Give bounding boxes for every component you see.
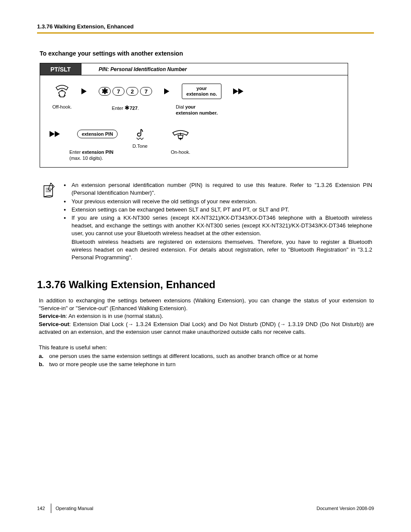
onhook-icon: [170, 126, 191, 142]
svg-marker-2: [233, 88, 238, 94]
double-arrow-icon: [233, 83, 243, 100]
procedure-row-2: extension PIN Enter extension PIN (max. …: [47, 126, 341, 162]
svg-marker-0: [81, 88, 87, 94]
list-item: b. two or more people use the same telep…: [39, 361, 374, 368]
onhook-label: On-hook.: [171, 149, 190, 155]
key-2: 2: [126, 87, 138, 96]
footer-divider: [51, 504, 51, 513]
procedure-header: PT/SLT PIN: Personal Identification Numb…: [40, 63, 348, 75]
notepad-icon: [37, 181, 62, 261]
note-item: Your previous extension will receive the…: [62, 198, 372, 205]
svg-point-11: [50, 183, 52, 184]
arrow-icon: [81, 83, 87, 100]
extension-pin-box: extension PIN: [77, 130, 118, 138]
note-item: Extension settings can be exchanged betw…: [62, 206, 372, 214]
svg-marker-7: [179, 138, 182, 140]
header-note: PIN: Personal Identification Number: [81, 66, 187, 72]
section-para-2: This feature is useful when:: [39, 344, 374, 352]
header-rule: [37, 32, 374, 34]
offhook-label: Off-hook.: [52, 104, 72, 110]
section-para-1: In addition to exchanging the settings b…: [39, 297, 374, 312]
svg-marker-5: [55, 131, 60, 137]
arrow-icon: [164, 83, 169, 100]
double-arrow-icon: [50, 126, 60, 142]
enter-code-label: Enter ✱727.: [112, 104, 139, 112]
manual-name: Operating Manual: [56, 506, 317, 511]
dtone-label: D.Tone: [133, 143, 148, 149]
keypad-keys: ✱ 7 2 7: [98, 83, 153, 100]
note-item: If you are using a KX-NT300 series (exce…: [62, 214, 372, 238]
service-in-line: Service-in: An extension is in use (norm…: [39, 312, 374, 320]
extension-no-box: your extension no.: [182, 84, 222, 99]
key-7b: 7: [140, 87, 152, 96]
procedure-row-1: Off-hook. ✱ 7 2 7 Enter ✱727.: [47, 83, 341, 116]
offhook-icon: [53, 83, 71, 100]
key-7: 7: [112, 87, 125, 96]
notes-list: An extension personal identification num…: [62, 181, 374, 261]
dial-ext-label: Dial your extension number.: [176, 104, 227, 116]
list-item: a. one person uses the same extension se…: [39, 352, 374, 360]
section-title: 1.3.76 Walking Extension, Enhanced: [37, 279, 374, 291]
page-footer: 142 Operating Manual Document Version 20…: [37, 504, 374, 513]
service-out-line: Service-out: Extension Dial Lock (→ 1.3.…: [39, 320, 374, 336]
dtone-icon: [135, 126, 145, 142]
svg-marker-4: [50, 131, 55, 137]
note-item: An extension personal identification num…: [62, 181, 372, 197]
subsection-title: To exchange your settings with another e…: [40, 50, 374, 57]
procedure-box: PT/SLT PIN: Personal Identification Numb…: [40, 63, 348, 168]
note-continuation: Bluetooth wireless headsets are register…: [62, 238, 372, 262]
device-label: PT/SLT: [40, 63, 81, 75]
page-number: 142: [37, 506, 50, 511]
running-head: 1.3.76 Walking Extension, Enhanced: [37, 23, 374, 30]
useful-list: a. one person uses the same extension se…: [39, 352, 374, 368]
svg-marker-1: [164, 88, 169, 94]
notes-block: An extension personal identification num…: [37, 181, 374, 261]
svg-marker-3: [238, 88, 243, 94]
doc-version: Document Version 2008-09: [317, 506, 374, 511]
star-key: ✱: [99, 87, 111, 96]
enter-pin-label: Enter extension PIN (max. 10 digits).: [69, 149, 125, 162]
